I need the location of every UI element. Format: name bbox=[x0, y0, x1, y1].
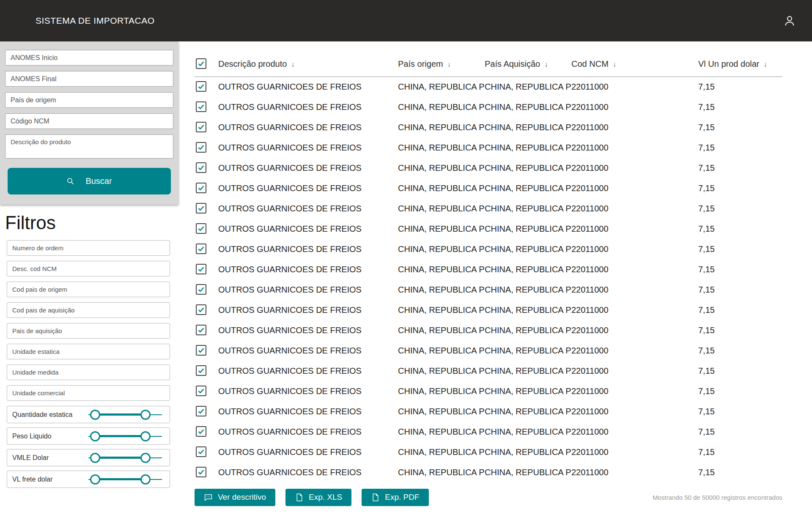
cell-pais-aquisicao: CHINA, REPUBLICA PC bbox=[485, 361, 571, 381]
search-field[interactable] bbox=[5, 50, 173, 66]
slider-handle-min[interactable] bbox=[90, 453, 100, 463]
cell-pais-origem: CHINA, REPUBLICA PC bbox=[398, 361, 485, 381]
cell-pais-aquisicao: CHINA, REPUBLICA PC bbox=[485, 442, 571, 463]
table-row: OUTROS GUARNICOES DE FREIOS CHINA, REPUB… bbox=[195, 381, 782, 402]
row-checkbox-cell bbox=[195, 199, 218, 219]
column-header[interactable]: País origem↓ bbox=[398, 41, 485, 77]
cell-vl-un-prod-dolar: 7,15 bbox=[698, 442, 782, 463]
table-row: OUTROS GUARNICOES DE FREIOS CHINA, REPUB… bbox=[195, 158, 782, 178]
row-checkbox[interactable] bbox=[196, 426, 206, 437]
filter-input[interactable] bbox=[7, 282, 170, 297]
search-field-multiline[interactable] bbox=[5, 134, 173, 159]
slider-handle-min[interactable] bbox=[90, 474, 100, 485]
row-checkbox[interactable] bbox=[196, 142, 206, 153]
cell-descricao-produto: OUTROS GUARNICOES DE FREIOS bbox=[218, 280, 398, 300]
row-checkbox[interactable] bbox=[196, 203, 206, 214]
slider-handle-max[interactable] bbox=[140, 453, 151, 463]
row-checkbox[interactable] bbox=[196, 386, 206, 396]
column-header[interactable]: País Aquisição↓ bbox=[485, 41, 571, 77]
row-checkbox[interactable] bbox=[196, 183, 206, 193]
action-button[interactable]: Exp. XLS bbox=[285, 489, 351, 506]
range-slider[interactable] bbox=[88, 406, 165, 423]
filter-input[interactable] bbox=[7, 364, 170, 380]
arrow-down-icon[interactable]: ↓ bbox=[291, 60, 295, 68]
column-header-label: País Aquisição bbox=[485, 59, 540, 68]
cell-vl-un-prod-dolar: 7,15 bbox=[698, 158, 782, 178]
cell-descricao-produto: OUTROS GUARNICOES DE FREIOS bbox=[218, 260, 398, 280]
range-slider[interactable] bbox=[88, 471, 165, 487]
select-all-checkbox[interactable] bbox=[196, 58, 206, 69]
row-checkbox-cell bbox=[195, 341, 218, 361]
column-header-label: Vl Un prod dolar bbox=[698, 59, 760, 68]
table-row: OUTROS GUARNICOES DE FREIOS CHINA, REPUB… bbox=[195, 402, 782, 422]
slider-handle-max[interactable] bbox=[140, 410, 151, 420]
column-header[interactable]: Cod NCM↓ bbox=[571, 41, 698, 77]
cell-cod-ncm: 22011000 bbox=[571, 138, 698, 158]
range-filter-label: Quantidade estatica bbox=[12, 411, 72, 419]
action-button[interactable]: Ver descritivo bbox=[195, 489, 275, 506]
cell-pais-aquisicao: CHINA, REPUBLICA PC bbox=[485, 239, 571, 260]
cell-pais-origem: CHINA, REPUBLICA PC bbox=[398, 199, 485, 219]
search-field[interactable] bbox=[5, 113, 173, 129]
cell-descricao-produto: OUTROS GUARNICOES DE FREIOS bbox=[218, 341, 398, 361]
column-header[interactable]: Vl Un prod dolar↓ bbox=[698, 41, 782, 77]
slider-handle-min[interactable] bbox=[90, 410, 100, 420]
row-checkbox[interactable] bbox=[196, 223, 206, 234]
filter-input[interactable] bbox=[7, 323, 170, 339]
arrow-down-icon[interactable]: ↓ bbox=[544, 60, 548, 68]
cell-pais-aquisicao: CHINA, REPUBLICA PC bbox=[485, 341, 571, 361]
range-slider[interactable] bbox=[88, 428, 165, 444]
filter-input[interactable] bbox=[7, 385, 170, 401]
arrow-down-icon[interactable]: ↓ bbox=[613, 60, 617, 68]
cell-cod-ncm: 22011000 bbox=[571, 178, 698, 199]
column-header[interactable]: Descrição produto↓ bbox=[218, 41, 398, 77]
range-filter: Peso Liquido bbox=[7, 427, 170, 445]
row-checkbox[interactable] bbox=[196, 345, 206, 356]
user-icon[interactable] bbox=[783, 14, 796, 27]
cell-pais-origem: CHINA, REPUBLICA PC bbox=[398, 280, 485, 300]
action-button[interactable]: Exp. PDF bbox=[362, 489, 428, 506]
row-checkbox-cell bbox=[195, 239, 218, 260]
cell-descricao-produto: OUTROS GUARNICOES DE FREIOS bbox=[218, 300, 398, 320]
row-checkbox[interactable] bbox=[196, 122, 206, 132]
check-icon bbox=[197, 407, 205, 415]
range-filter: VL frete dolar bbox=[7, 471, 170, 488]
search-field[interactable] bbox=[5, 92, 173, 108]
row-checkbox[interactable] bbox=[196, 101, 206, 112]
row-checkbox[interactable] bbox=[196, 325, 206, 335]
row-checkbox[interactable] bbox=[196, 81, 206, 92]
arrow-down-icon[interactable]: ↓ bbox=[764, 60, 768, 68]
buscar-button[interactable]: Buscar bbox=[8, 168, 171, 194]
app-title: SISTEMA DE IMPORTACAO bbox=[36, 16, 155, 26]
row-checkbox[interactable] bbox=[196, 467, 206, 477]
row-checkbox[interactable] bbox=[196, 365, 206, 376]
row-checkbox[interactable] bbox=[196, 446, 206, 457]
row-checkbox[interactable] bbox=[196, 264, 206, 274]
filter-input[interactable] bbox=[7, 302, 170, 318]
row-checkbox[interactable] bbox=[196, 304, 206, 315]
slider-handle-max[interactable] bbox=[140, 474, 151, 485]
row-checkbox[interactable] bbox=[196, 244, 206, 254]
action-button-label: Exp. PDF bbox=[385, 493, 419, 502]
filter-input[interactable] bbox=[7, 344, 170, 359]
search-field[interactable] bbox=[5, 71, 173, 87]
slider-handle-min[interactable] bbox=[90, 431, 100, 441]
row-checkbox[interactable] bbox=[196, 284, 206, 295]
check-icon bbox=[197, 60, 205, 68]
cell-pais-aquisicao: CHINA, REPUBLICA PC bbox=[485, 300, 571, 320]
buscar-button-label: Buscar bbox=[85, 176, 112, 186]
table-body: OUTROS GUARNICOES DE FREIOS CHINA, REPUB… bbox=[195, 77, 782, 483]
cell-pais-aquisicao: CHINA, REPUBLICA PC bbox=[485, 280, 571, 300]
row-checkbox[interactable] bbox=[196, 406, 206, 416]
filter-input[interactable] bbox=[7, 240, 170, 256]
slider-fill bbox=[95, 457, 145, 459]
cell-vl-un-prod-dolar: 7,15 bbox=[698, 97, 782, 118]
range-slider[interactable] bbox=[88, 449, 165, 466]
filter-input[interactable] bbox=[7, 261, 170, 277]
row-checkbox[interactable] bbox=[196, 162, 206, 173]
arrow-down-icon[interactable]: ↓ bbox=[447, 60, 451, 68]
column-header-label: Descrição produto bbox=[218, 59, 287, 68]
column-header-label: País origem bbox=[398, 59, 443, 68]
slider-handle-max[interactable] bbox=[140, 431, 151, 441]
row-checkbox-cell bbox=[195, 381, 218, 402]
